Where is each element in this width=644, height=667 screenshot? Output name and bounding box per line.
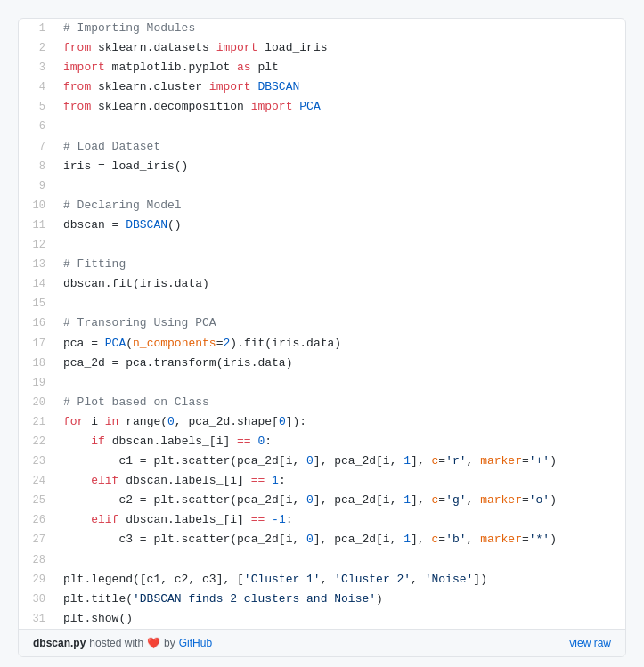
line-number: 28: [19, 550, 56, 570]
line-code: # Load Dataset: [56, 137, 625, 157]
kw-token: in: [105, 415, 119, 428]
string-token: '*': [529, 533, 550, 546]
comment-token: # Transoring Using PCA: [63, 316, 216, 329]
table-row: 11dbscan = DBSCAN(): [19, 216, 625, 235]
line-code: [56, 117, 625, 136]
line-code: plt.show(): [56, 609, 625, 629]
string-token: 'Noise': [425, 573, 474, 586]
footer-hosted-text: hosted with: [89, 637, 143, 649]
table-row: 13# Fitting: [19, 255, 625, 274]
kw-token: elif: [91, 474, 118, 487]
comment-token: # Load Dataset: [63, 140, 160, 153]
line-number: 4: [19, 77, 56, 97]
footer-github-link[interactable]: GitHub: [179, 637, 212, 649]
table-row: 21for i in range(0, pca_2d.shape[0]):: [19, 412, 625, 432]
line-code: # Declaring Model: [56, 196, 625, 216]
param-token: c: [432, 533, 439, 546]
table-row: 10# Declaring Model: [19, 196, 625, 216]
table-row: 27 c3 = plt.scatter(pca_2d[i, 0], pca_2d…: [19, 530, 625, 549]
table-row: 22 if dbscan.labels_[i] == 0:: [19, 432, 625, 451]
line-code: [56, 235, 625, 255]
kw-token: from: [63, 41, 91, 54]
table-row: 26 elif dbscan.labels_[i] == -1:: [19, 510, 625, 530]
line-number: 21: [19, 412, 56, 432]
line-number: 3: [19, 58, 56, 77]
special-cls-token: DBSCAN: [126, 218, 167, 232]
line-number: 19: [19, 373, 56, 393]
special-cls-token: DBSCAN: [257, 80, 299, 94]
table-row: 3import matplotlib.pyplot as plt: [19, 58, 625, 77]
table-row: 4from sklearn.cluster import DBSCAN: [19, 77, 625, 97]
param-token: marker: [480, 533, 522, 546]
special-cls-token: PCA: [105, 337, 126, 350]
line-number: 27: [19, 530, 56, 549]
number-token: 0: [167, 415, 175, 428]
kw-token: as: [237, 61, 251, 74]
table-row: 9: [19, 176, 625, 196]
line-number: 26: [19, 510, 56, 530]
line-code: # Transoring Using PCA: [56, 313, 625, 333]
line-number: 31: [19, 609, 56, 629]
kw-token: if: [91, 435, 105, 448]
param-token: n_components: [133, 337, 216, 350]
line-code: [56, 176, 625, 196]
line-number: 30: [19, 590, 56, 609]
comment-token: # Importing Modules: [63, 21, 195, 35]
table-row: 19: [19, 373, 625, 393]
table-row: 18pca_2d = pca.transform(iris.data): [19, 354, 625, 373]
line-code: c2 = plt.scatter(pca_2d[i, 0], pca_2d[i,…: [56, 491, 625, 510]
line-code: plt.legend([c1, c2, c3], ['Cluster 1', '…: [56, 570, 625, 590]
number-token: 0: [306, 454, 314, 468]
line-number: 14: [19, 274, 56, 294]
string-token: 'b': [445, 533, 466, 546]
line-code: from sklearn.decomposition import PCA: [56, 97, 625, 117]
line-number: 22: [19, 432, 56, 451]
table-row: 25 c2 = plt.scatter(pca_2d[i, 0], pca_2d…: [19, 491, 625, 510]
table-row: 24 elif dbscan.labels_[i] == 1:: [19, 471, 625, 491]
table-row: 5from sklearn.decomposition import PCA: [19, 97, 625, 117]
kw-token: import: [216, 41, 258, 54]
table-row: 31plt.show(): [19, 609, 625, 629]
table-row: 15: [19, 294, 625, 313]
kw-token: elif: [91, 513, 118, 526]
footer-right: view raw: [569, 637, 611, 649]
line-number: 5: [19, 97, 56, 117]
number-token: 1: [404, 454, 411, 468]
table-row: 14dbscan.fit(iris.data): [19, 274, 625, 294]
line-number: 29: [19, 570, 56, 590]
line-code: [56, 294, 625, 313]
line-code: # Importing Modules: [56, 19, 625, 38]
line-number: 13: [19, 255, 56, 274]
line-number: 2: [19, 38, 56, 58]
table-row: 28: [19, 550, 625, 570]
line-number: 7: [19, 137, 56, 157]
view-raw-link[interactable]: view raw: [569, 637, 611, 649]
number-token: 0: [306, 533, 314, 546]
table-row: 1# Importing Modules: [19, 19, 625, 38]
line-number: 24: [19, 471, 56, 491]
number-token: 2: [223, 337, 230, 350]
line-number: 1: [19, 19, 56, 38]
line-number: 6: [19, 117, 56, 136]
line-code: from sklearn.datasets import load_iris: [56, 38, 625, 58]
line-code: c1 = plt.scatter(pca_2d[i, 0], pca_2d[i,…: [56, 451, 625, 471]
op-token: ==: [237, 435, 251, 448]
table-row: 2from sklearn.datasets import load_iris: [19, 38, 625, 58]
line-code: for i in range(0, pca_2d.shape[0]):: [56, 412, 625, 432]
number-token: 1: [404, 533, 411, 546]
string-token: 'DBSCAN finds 2 clusters and Noise': [133, 592, 376, 606]
string-token: 'Cluster 1': [244, 573, 321, 586]
line-code: import matplotlib.pyplot as plt: [56, 58, 625, 77]
comment-token: # Plot based on Class: [63, 395, 209, 409]
footer-filename: dbscan.py: [33, 637, 86, 649]
line-number: 11: [19, 216, 56, 235]
line-number: 15: [19, 294, 56, 313]
kw-token: from: [63, 100, 91, 113]
line-number: 23: [19, 451, 56, 471]
kw-token: import: [209, 80, 251, 94]
line-code: pca = PCA(n_components=2).fit(iris.data): [56, 334, 625, 354]
table-row: 6: [19, 117, 625, 136]
code-container: 1# Importing Modules2from sklearn.datase…: [18, 18, 626, 657]
comment-token: # Declaring Model: [63, 199, 182, 212]
table-row: 17pca = PCA(n_components=2).fit(iris.dat…: [19, 334, 625, 354]
